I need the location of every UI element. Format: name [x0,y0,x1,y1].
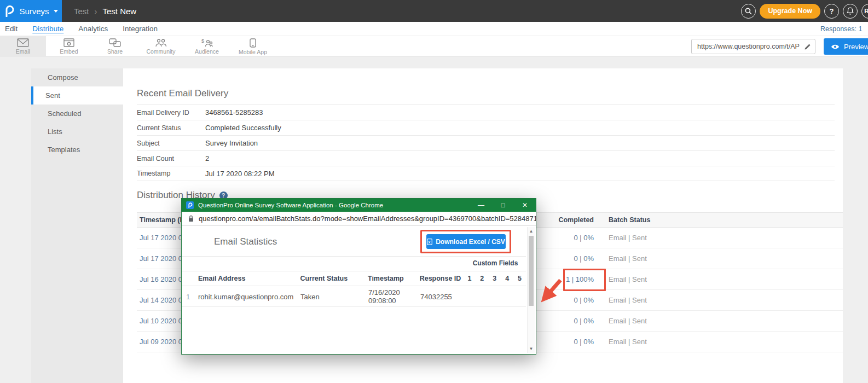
tab-integration[interactable]: Integration [123,25,158,33]
breadcrumb: Test › Test New [74,7,136,16]
batch-status: Email | Sent [594,234,647,242]
recent-email-delivery-title: Recent Email Delivery [137,88,228,99]
maximize-button[interactable]: □ [492,201,514,209]
completed-link-highlighted[interactable]: 1 | 100% [566,275,594,283]
download-excel-csv-button[interactable]: x Download Excel / CSV [426,234,506,249]
divider [182,256,526,257]
sidebar-item-sent[interactable]: Sent [31,86,123,105]
preview-button[interactable]: Preview [824,38,868,55]
scroll-up-icon[interactable]: ▲ [528,228,535,235]
email-statistics-page: Email Statistics x Download Excel / CSV … [182,226,536,354]
window-titlebar[interactable]: QuestionPro Online Survey Software Appli… [182,199,536,212]
search-button[interactable] [741,4,756,19]
eye-icon [831,44,840,50]
breadcrumb-separator: › [95,7,97,16]
completed-link[interactable]: 0 | 0% [574,254,594,263]
row-label: Subject [137,140,205,147]
share-icon [109,38,121,47]
edit-url-button[interactable] [800,39,815,54]
col-response-id: Response ID [420,275,464,282]
address-bar[interactable]: questionpro.com/a/emailBatchStats.do?mod… [182,212,536,226]
scrollbar[interactable]: ▲ ▼ [527,227,535,353]
surveys-menu[interactable]: Surveys [0,0,62,22]
col-custom-1: 1 [463,275,476,282]
excel-file-icon: x [427,239,432,245]
table-row: Subject Survey Invitation [137,135,835,150]
batch-status: Email | Sent [594,275,647,283]
survey-nav: Edit Distribute Analytics Integration Re… [0,22,868,36]
table-row: Email Delivery ID 3468561-5285283 [137,105,835,120]
batch-status: Email | Sent [594,296,647,304]
completed-link[interactable]: 0 | 0% [574,234,594,242]
questionpro-logo-icon [4,5,15,17]
svg-text:$: $ [201,38,204,44]
scroll-down-icon[interactable]: ▼ [528,345,535,352]
embed-icon [63,38,74,47]
survey-url-field[interactable] [691,39,815,54]
col-custom-5: 5 [513,275,526,282]
custom-fields-label: Custom Fields [470,259,520,267]
sidebar-item-lists[interactable]: Lists [31,123,123,141]
window-controls: — □ ✕ [470,201,536,209]
upgrade-now-button[interactable]: Upgrade Now [760,4,820,19]
batch-status: Email | Sent [594,254,647,263]
audience-icon: $ [201,38,213,47]
email-statistics-window: QuestionPro Online Survey Software Appli… [181,198,536,355]
row-index: 1 [186,293,198,301]
top-bar: Surveys Test › Test New Upgrade Now ? RK [0,0,868,22]
col-batch-status: Batch Status [594,216,650,224]
toolbar-item-community[interactable]: Community [138,36,184,57]
toolbar-item-audience[interactable]: $ Audience [184,36,230,57]
toolbar-item-embed[interactable]: Embed [46,36,92,57]
email-statistics-title: Email Statistics [214,236,277,247]
sidebar-item-templates[interactable]: Templates [31,141,123,159]
survey-url-input[interactable] [692,43,800,50]
col-custom-2: 2 [476,275,488,282]
close-button[interactable]: ✕ [514,201,536,209]
row-label: Current Status [137,124,205,132]
email-sidebar: Compose Sent Scheduled Lists Templates [31,68,123,383]
bell-icon [847,7,854,15]
col-current-status: Current Status [300,275,368,282]
tab-distribute[interactable]: Distribute [32,25,63,33]
breadcrumb-folder[interactable]: Test [74,7,89,16]
col-custom-3: 3 [488,275,501,282]
pencil-icon [804,43,811,50]
col-custom-4: 4 [501,275,513,282]
avatar[interactable]: RK [861,4,868,19]
table-row: Timestamp Jul 17 2020 08:22 PM [137,166,835,181]
svg-text:x: x [429,240,431,244]
community-icon [155,38,167,47]
completed-link[interactable]: 0 | 0% [574,338,594,346]
help-button[interactable]: ? [824,4,839,19]
row-label: Timestamp [137,170,205,177]
notifications-button[interactable] [843,4,858,19]
distribute-toolbar: Email Embed Share Community $ Audience M… [0,36,868,57]
mobile-app-icon [250,38,256,48]
toolbar-item-share[interactable]: Share [92,36,138,57]
toolbar-item-email[interactable]: Email [0,36,46,57]
row-value: 2 [205,154,209,163]
completed-link[interactable]: 0 | 0% [574,317,594,325]
minimize-button[interactable]: — [470,201,492,209]
stats-row: 1 rohit.kumar@questionpro.com Taken 7/16… [182,287,526,307]
breadcrumb-survey-name: Test New [103,7,137,16]
row-label: Email Count [137,155,205,163]
current-status: Taken [300,293,368,301]
sidebar-item-compose[interactable]: Compose [31,68,123,86]
lock-icon [188,215,194,222]
tab-analytics[interactable]: Analytics [78,25,108,33]
response-id: 74032255 [420,293,464,301]
batch-status: Email | Sent [594,317,647,325]
tab-edit[interactable]: Edit [5,25,18,33]
scrollbar-thumb[interactable] [529,236,534,306]
table-row: Email Count 2 [137,150,835,166]
sidebar-item-scheduled[interactable]: Scheduled [31,105,123,123]
row-label: Email Delivery ID [137,109,205,117]
email-address: rohit.kumar@questionpro.com [198,293,300,301]
toolbar-item-mobile-app[interactable]: Mobile App [230,36,276,57]
row-value: Jul 17 2020 08:22 PM [205,170,274,178]
batch-status: Email | Sent [594,338,647,346]
completed-link[interactable]: 0 | 0% [574,296,594,304]
responses-count[interactable]: Responses: 1 [820,22,862,36]
